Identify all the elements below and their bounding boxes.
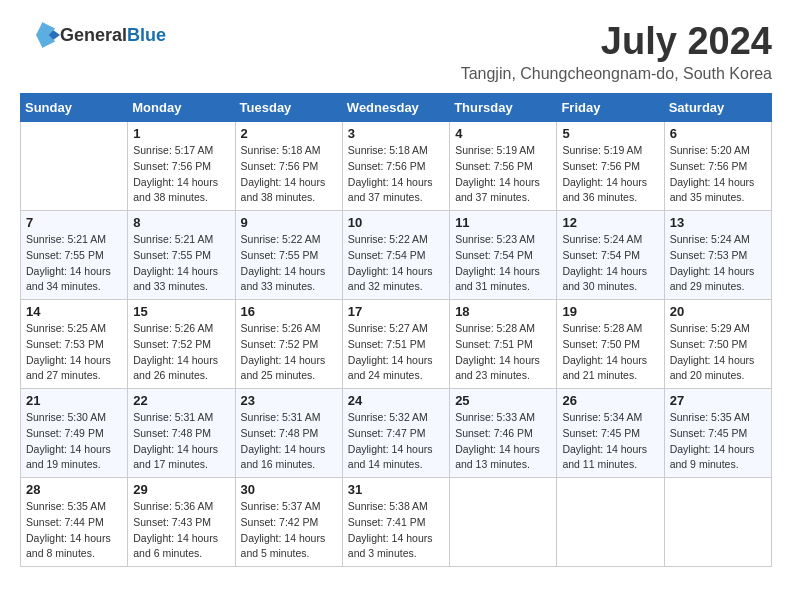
table-row: 25Sunrise: 5:33 AM Sunset: 7:46 PM Dayli… bbox=[450, 389, 557, 478]
day-info: Sunrise: 5:19 AM Sunset: 7:56 PM Dayligh… bbox=[455, 143, 551, 206]
day-info: Sunrise: 5:28 AM Sunset: 7:51 PM Dayligh… bbox=[455, 321, 551, 384]
day-info: Sunrise: 5:35 AM Sunset: 7:45 PM Dayligh… bbox=[670, 410, 766, 473]
header-wednesday: Wednesday bbox=[342, 94, 449, 122]
day-info: Sunrise: 5:36 AM Sunset: 7:43 PM Dayligh… bbox=[133, 499, 229, 562]
day-info: Sunrise: 5:22 AM Sunset: 7:55 PM Dayligh… bbox=[241, 232, 337, 295]
day-number: 7 bbox=[26, 215, 122, 230]
table-row bbox=[664, 478, 771, 567]
table-row: 12Sunrise: 5:24 AM Sunset: 7:54 PM Dayli… bbox=[557, 211, 664, 300]
day-number: 18 bbox=[455, 304, 551, 319]
table-row: 31Sunrise: 5:38 AM Sunset: 7:41 PM Dayli… bbox=[342, 478, 449, 567]
header-saturday: Saturday bbox=[664, 94, 771, 122]
day-info: Sunrise: 5:30 AM Sunset: 7:49 PM Dayligh… bbox=[26, 410, 122, 473]
day-info: Sunrise: 5:20 AM Sunset: 7:56 PM Dayligh… bbox=[670, 143, 766, 206]
table-row: 27Sunrise: 5:35 AM Sunset: 7:45 PM Dayli… bbox=[664, 389, 771, 478]
day-number: 6 bbox=[670, 126, 766, 141]
day-number: 23 bbox=[241, 393, 337, 408]
day-number: 20 bbox=[670, 304, 766, 319]
day-number: 15 bbox=[133, 304, 229, 319]
table-row: 3Sunrise: 5:18 AM Sunset: 7:56 PM Daylig… bbox=[342, 122, 449, 211]
table-row bbox=[557, 478, 664, 567]
table-row: 24Sunrise: 5:32 AM Sunset: 7:47 PM Dayli… bbox=[342, 389, 449, 478]
day-info: Sunrise: 5:24 AM Sunset: 7:54 PM Dayligh… bbox=[562, 232, 658, 295]
day-info: Sunrise: 5:18 AM Sunset: 7:56 PM Dayligh… bbox=[348, 143, 444, 206]
day-number: 16 bbox=[241, 304, 337, 319]
table-row bbox=[450, 478, 557, 567]
table-row: 7Sunrise: 5:21 AM Sunset: 7:55 PM Daylig… bbox=[21, 211, 128, 300]
header-monday: Monday bbox=[128, 94, 235, 122]
day-info: Sunrise: 5:31 AM Sunset: 7:48 PM Dayligh… bbox=[133, 410, 229, 473]
table-row: 10Sunrise: 5:22 AM Sunset: 7:54 PM Dayli… bbox=[342, 211, 449, 300]
day-number: 11 bbox=[455, 215, 551, 230]
table-row: 16Sunrise: 5:26 AM Sunset: 7:52 PM Dayli… bbox=[235, 300, 342, 389]
day-number: 24 bbox=[348, 393, 444, 408]
table-row: 21Sunrise: 5:30 AM Sunset: 7:49 PM Dayli… bbox=[21, 389, 128, 478]
logo: GeneralBlue bbox=[20, 20, 166, 50]
header-friday: Friday bbox=[557, 94, 664, 122]
day-number: 8 bbox=[133, 215, 229, 230]
table-row: 4Sunrise: 5:19 AM Sunset: 7:56 PM Daylig… bbox=[450, 122, 557, 211]
day-number: 1 bbox=[133, 126, 229, 141]
table-row: 30Sunrise: 5:37 AM Sunset: 7:42 PM Dayli… bbox=[235, 478, 342, 567]
month-year-title: July 2024 bbox=[461, 20, 772, 63]
day-info: Sunrise: 5:21 AM Sunset: 7:55 PM Dayligh… bbox=[133, 232, 229, 295]
day-number: 31 bbox=[348, 482, 444, 497]
logo-blue: Blue bbox=[127, 25, 166, 45]
day-info: Sunrise: 5:27 AM Sunset: 7:51 PM Dayligh… bbox=[348, 321, 444, 384]
table-row: 28Sunrise: 5:35 AM Sunset: 7:44 PM Dayli… bbox=[21, 478, 128, 567]
day-info: Sunrise: 5:33 AM Sunset: 7:46 PM Dayligh… bbox=[455, 410, 551, 473]
day-number: 10 bbox=[348, 215, 444, 230]
calendar-week-row: 14Sunrise: 5:25 AM Sunset: 7:53 PM Dayli… bbox=[21, 300, 772, 389]
day-number: 27 bbox=[670, 393, 766, 408]
header-tuesday: Tuesday bbox=[235, 94, 342, 122]
table-row: 23Sunrise: 5:31 AM Sunset: 7:48 PM Dayli… bbox=[235, 389, 342, 478]
day-number: 26 bbox=[562, 393, 658, 408]
day-number: 9 bbox=[241, 215, 337, 230]
day-number: 28 bbox=[26, 482, 122, 497]
table-row: 20Sunrise: 5:29 AM Sunset: 7:50 PM Dayli… bbox=[664, 300, 771, 389]
day-info: Sunrise: 5:18 AM Sunset: 7:56 PM Dayligh… bbox=[241, 143, 337, 206]
title-block: July 2024 Tangjin, Chungcheongnam-do, So… bbox=[461, 20, 772, 83]
calendar-week-row: 28Sunrise: 5:35 AM Sunset: 7:44 PM Dayli… bbox=[21, 478, 772, 567]
day-number: 12 bbox=[562, 215, 658, 230]
page-header: GeneralBlue July 2024 Tangjin, Chungcheo… bbox=[20, 20, 772, 83]
day-number: 25 bbox=[455, 393, 551, 408]
table-row: 8Sunrise: 5:21 AM Sunset: 7:55 PM Daylig… bbox=[128, 211, 235, 300]
day-info: Sunrise: 5:31 AM Sunset: 7:48 PM Dayligh… bbox=[241, 410, 337, 473]
day-info: Sunrise: 5:17 AM Sunset: 7:56 PM Dayligh… bbox=[133, 143, 229, 206]
logo-general: General bbox=[60, 25, 127, 45]
day-number: 30 bbox=[241, 482, 337, 497]
day-info: Sunrise: 5:21 AM Sunset: 7:55 PM Dayligh… bbox=[26, 232, 122, 295]
table-row: 14Sunrise: 5:25 AM Sunset: 7:53 PM Dayli… bbox=[21, 300, 128, 389]
day-number: 13 bbox=[670, 215, 766, 230]
day-number: 22 bbox=[133, 393, 229, 408]
day-info: Sunrise: 5:29 AM Sunset: 7:50 PM Dayligh… bbox=[670, 321, 766, 384]
table-row: 1Sunrise: 5:17 AM Sunset: 7:56 PM Daylig… bbox=[128, 122, 235, 211]
day-info: Sunrise: 5:23 AM Sunset: 7:54 PM Dayligh… bbox=[455, 232, 551, 295]
table-row bbox=[21, 122, 128, 211]
calendar-week-row: 1Sunrise: 5:17 AM Sunset: 7:56 PM Daylig… bbox=[21, 122, 772, 211]
table-row: 19Sunrise: 5:28 AM Sunset: 7:50 PM Dayli… bbox=[557, 300, 664, 389]
table-row: 9Sunrise: 5:22 AM Sunset: 7:55 PM Daylig… bbox=[235, 211, 342, 300]
day-number: 17 bbox=[348, 304, 444, 319]
day-number: 14 bbox=[26, 304, 122, 319]
table-row: 18Sunrise: 5:28 AM Sunset: 7:51 PM Dayli… bbox=[450, 300, 557, 389]
table-row: 22Sunrise: 5:31 AM Sunset: 7:48 PM Dayli… bbox=[128, 389, 235, 478]
day-info: Sunrise: 5:26 AM Sunset: 7:52 PM Dayligh… bbox=[133, 321, 229, 384]
day-info: Sunrise: 5:35 AM Sunset: 7:44 PM Dayligh… bbox=[26, 499, 122, 562]
calendar-table: Sunday Monday Tuesday Wednesday Thursday… bbox=[20, 93, 772, 567]
header-thursday: Thursday bbox=[450, 94, 557, 122]
header-sunday: Sunday bbox=[21, 94, 128, 122]
day-info: Sunrise: 5:34 AM Sunset: 7:45 PM Dayligh… bbox=[562, 410, 658, 473]
day-number: 5 bbox=[562, 126, 658, 141]
table-row: 5Sunrise: 5:19 AM Sunset: 7:56 PM Daylig… bbox=[557, 122, 664, 211]
calendar-week-row: 21Sunrise: 5:30 AM Sunset: 7:49 PM Dayli… bbox=[21, 389, 772, 478]
table-row: 29Sunrise: 5:36 AM Sunset: 7:43 PM Dayli… bbox=[128, 478, 235, 567]
table-row: 2Sunrise: 5:18 AM Sunset: 7:56 PM Daylig… bbox=[235, 122, 342, 211]
day-number: 19 bbox=[562, 304, 658, 319]
table-row: 13Sunrise: 5:24 AM Sunset: 7:53 PM Dayli… bbox=[664, 211, 771, 300]
table-row: 15Sunrise: 5:26 AM Sunset: 7:52 PM Dayli… bbox=[128, 300, 235, 389]
day-info: Sunrise: 5:24 AM Sunset: 7:53 PM Dayligh… bbox=[670, 232, 766, 295]
day-info: Sunrise: 5:32 AM Sunset: 7:47 PM Dayligh… bbox=[348, 410, 444, 473]
logo-icon bbox=[20, 20, 60, 50]
